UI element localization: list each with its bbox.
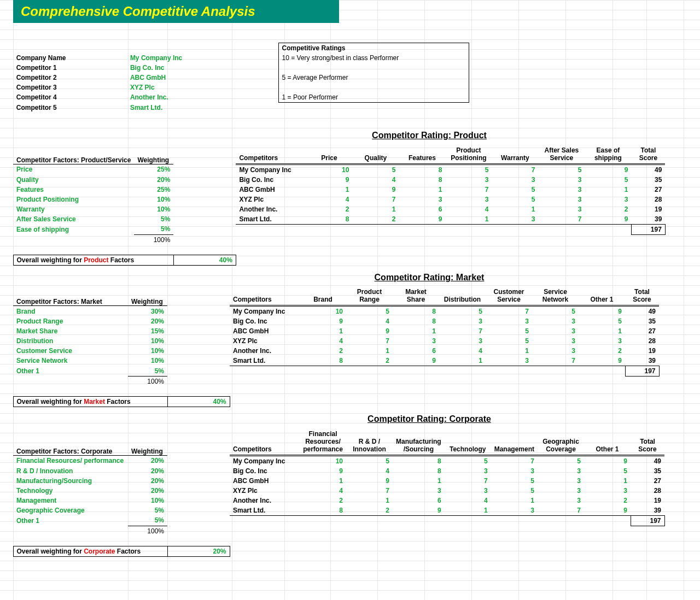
rating-cell[interactable]: 3 [439, 316, 486, 326]
rating-cell[interactable]: 5 [579, 316, 625, 326]
factor-weight[interactable]: 5% [134, 214, 173, 225]
factor-name[interactable]: Other 1 [13, 515, 128, 526]
factor-weight[interactable]: 20% [128, 466, 167, 476]
factor-weight[interactable]: 30% [128, 306, 167, 317]
factor-name[interactable]: Manufacturing/Sourcing [13, 476, 128, 486]
rating-cell[interactable]: 7 [532, 356, 579, 366]
factor-weight[interactable]: 25% [134, 164, 173, 175]
rating-cell[interactable]: 8 [306, 214, 352, 225]
rating-cell[interactable]: 2 [346, 505, 393, 516]
rating-cell[interactable]: 2 [300, 346, 346, 356]
factor-weight[interactable]: 25% [134, 185, 173, 195]
rating-cell[interactable]: 7 [445, 476, 491, 486]
rating-cell[interactable]: 7 [445, 185, 492, 195]
rating-cell[interactable]: 1 [300, 326, 346, 336]
rating-cell[interactable]: 1 [585, 185, 631, 195]
rating-cell[interactable]: 9 [393, 356, 439, 366]
rating-cell[interactable]: 2 [584, 496, 631, 505]
factor-name[interactable]: Market Share [13, 326, 128, 336]
rating-cell[interactable]: 1 [346, 496, 393, 505]
rating-cell[interactable]: 1 [579, 326, 625, 336]
rating-cell[interactable]: 10 [306, 164, 352, 175]
rating-cell[interactable]: 3 [538, 476, 584, 486]
rating-cell[interactable]: 3 [399, 195, 445, 204]
rating-cell[interactable]: 7 [439, 326, 486, 336]
rating-cell[interactable]: 3 [538, 496, 584, 505]
rating-cell[interactable]: 1 [352, 204, 399, 214]
rating-cell[interactable]: 5 [538, 164, 585, 175]
rating-cell[interactable]: 4 [439, 346, 486, 356]
rating-cell[interactable]: 2 [585, 204, 631, 214]
rating-cell[interactable]: 3 [439, 336, 486, 346]
factor-weight[interactable]: 20% [128, 476, 167, 486]
rating-cell[interactable]: 4 [346, 316, 393, 326]
rating-cell[interactable]: 5 [352, 164, 399, 175]
rating-cell[interactable]: 5 [538, 455, 584, 466]
factor-weight[interactable]: 5% [128, 366, 167, 377]
factor-name[interactable]: Ease of shipping [13, 224, 134, 234]
factor-weight[interactable]: 10% [128, 496, 167, 505]
rating-cell[interactable]: 8 [393, 316, 439, 326]
rating-cell[interactable]: 3 [538, 195, 585, 204]
rating-cell[interactable]: 3 [538, 466, 584, 476]
factor-name[interactable]: R & D / Innovation [13, 466, 128, 476]
rating-cell[interactable]: 7 [346, 486, 393, 496]
rating-cell[interactable]: 9 [399, 214, 445, 225]
company-name[interactable]: Big Co. Inc [127, 63, 214, 73]
company-name[interactable]: ABC GmbH [127, 73, 214, 83]
rating-cell[interactable]: 8 [300, 505, 346, 516]
factor-name[interactable]: Product Positioning [13, 195, 134, 204]
rating-cell[interactable]: 9 [579, 356, 625, 366]
rating-cell[interactable]: 3 [445, 175, 492, 185]
rating-cell[interactable]: 5 [346, 455, 393, 466]
rating-cell[interactable]: 1 [486, 346, 532, 356]
factor-weight[interactable]: 20% [128, 486, 167, 496]
rating-cell[interactable]: 4 [300, 336, 346, 346]
factor-weight[interactable]: 10% [134, 204, 173, 214]
factor-weight[interactable]: 5% [128, 515, 167, 526]
rating-cell[interactable]: 4 [306, 195, 352, 204]
rating-cell[interactable]: 6 [393, 346, 439, 356]
rating-cell[interactable]: 8 [399, 164, 445, 175]
rating-cell[interactable]: 7 [538, 214, 585, 225]
rating-cell[interactable]: 5 [491, 486, 538, 496]
company-name[interactable]: XYZ Plc [127, 83, 214, 92]
factor-name[interactable]: Customer Service [13, 346, 128, 356]
factor-weight[interactable]: 10% [134, 195, 173, 204]
rating-cell[interactable]: 4 [445, 204, 492, 214]
rating-cell[interactable]: 8 [300, 356, 346, 366]
rating-cell[interactable]: 5 [492, 185, 538, 195]
rating-cell[interactable]: 3 [584, 486, 631, 496]
rating-cell[interactable]: 8 [393, 306, 439, 317]
factor-weight[interactable]: 10% [128, 356, 167, 366]
rating-cell[interactable]: 1 [584, 476, 631, 486]
rating-cell[interactable]: 5 [585, 175, 631, 185]
rating-cell[interactable]: 5 [486, 326, 532, 336]
rating-cell[interactable]: 2 [352, 214, 399, 225]
factor-name[interactable]: Management [13, 496, 128, 505]
rating-cell[interactable]: 3 [538, 175, 585, 185]
factor-weight[interactable]: 5% [134, 224, 173, 234]
rating-cell[interactable]: 1 [445, 505, 491, 516]
rating-cell[interactable]: 3 [492, 175, 538, 185]
rating-cell[interactable]: 8 [393, 455, 445, 466]
rating-cell[interactable]: 2 [579, 346, 625, 356]
rating-cell[interactable]: 4 [300, 486, 346, 496]
rating-cell[interactable]: 3 [393, 336, 439, 346]
rating-cell[interactable]: 2 [346, 356, 393, 366]
company-name[interactable]: Another Inc. [127, 92, 214, 103]
rating-cell[interactable]: 9 [306, 175, 352, 185]
rating-cell[interactable]: 3 [532, 346, 579, 356]
factor-name[interactable]: Features [13, 185, 134, 195]
factor-weight[interactable]: 20% [128, 316, 167, 326]
rating-cell[interactable]: 9 [346, 326, 393, 336]
rating-cell[interactable]: 7 [491, 455, 538, 466]
rating-cell[interactable]: 9 [300, 466, 346, 476]
overall-weight-pct[interactable]: 40% [173, 255, 236, 265]
rating-cell[interactable]: 4 [346, 466, 393, 476]
rating-cell[interactable]: 9 [579, 306, 625, 317]
rating-cell[interactable]: 7 [538, 505, 584, 516]
rating-cell[interactable]: 6 [393, 496, 445, 505]
factor-name[interactable]: Warranty [13, 204, 134, 214]
rating-cell[interactable]: 1 [393, 326, 439, 336]
